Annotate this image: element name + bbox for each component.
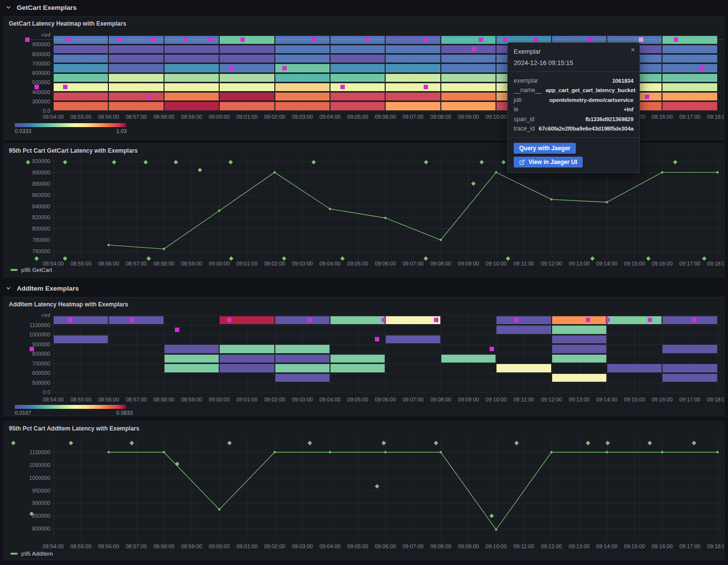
heatmap-cell[interactable] <box>331 45 385 53</box>
additem-line-plot[interactable]: 1100000105000010000009500009000008500008… <box>4 422 724 560</box>
heatmap-cell[interactable] <box>331 93 385 100</box>
exemplar-marker[interactable] <box>340 85 345 89</box>
exemplar-diamond[interactable] <box>112 160 116 165</box>
heatmap-cell[interactable] <box>165 83 219 91</box>
exemplar-diamond[interactable] <box>479 160 484 165</box>
data-point[interactable] <box>329 208 331 210</box>
exemplar-marker[interactable] <box>307 318 312 322</box>
exemplar-marker[interactable] <box>514 318 519 322</box>
exemplar-marker[interactable] <box>282 66 287 70</box>
exemplar-diamond[interactable] <box>605 441 610 445</box>
heatmap-cell[interactable] <box>109 45 163 53</box>
heatmap-cell[interactable] <box>220 355 274 363</box>
heatmap-cell[interactable] <box>220 64 274 72</box>
heatmap-cell[interactable] <box>552 345 606 353</box>
heatmap-cell[interactable] <box>441 64 496 72</box>
heatmap-cell[interactable] <box>165 74 219 82</box>
heatmap-cell[interactable] <box>386 93 440 100</box>
data-point[interactable] <box>218 508 221 511</box>
heatmap-cell[interactable] <box>220 45 274 53</box>
exemplar-marker[interactable] <box>30 347 34 351</box>
exemplar-diamond[interactable] <box>648 441 652 445</box>
heatmap-cell[interactable] <box>662 55 717 63</box>
heatmap-cell[interactable] <box>165 64 219 72</box>
exemplar-marker[interactable] <box>175 328 179 332</box>
data-point[interactable] <box>661 171 663 174</box>
exemplar-diamond[interactable] <box>646 256 651 261</box>
exemplar-marker[interactable] <box>130 318 134 322</box>
heatmap-cell[interactable] <box>165 364 219 372</box>
data-point[interactable] <box>384 217 387 219</box>
heatmap-cell[interactable] <box>54 93 108 100</box>
exemplar-marker[interactable] <box>700 66 704 70</box>
data-point[interactable] <box>606 451 608 454</box>
series-line[interactable] <box>108 172 717 249</box>
heatmap-cell[interactable] <box>331 64 385 72</box>
heatmap-cell[interactable] <box>331 102 385 110</box>
heatmap-cell[interactable] <box>54 45 108 53</box>
exemplar-diamond[interactable] <box>490 514 494 518</box>
heatmap-cell[interactable] <box>496 326 551 334</box>
exemplar-diamond[interactable] <box>702 256 706 261</box>
heatmap-cell[interactable] <box>275 102 330 110</box>
heatmap-cell[interactable] <box>165 355 219 363</box>
exemplar-marker[interactable] <box>674 37 678 42</box>
exemplar-marker[interactable] <box>375 337 379 341</box>
heatmap-cell[interactable] <box>552 316 606 325</box>
exemplar-marker[interactable] <box>472 47 476 51</box>
exemplar-marker[interactable] <box>648 318 652 322</box>
exemplar-diamond[interactable] <box>340 256 345 261</box>
exemplar-marker[interactable] <box>151 37 155 42</box>
exemplar-marker[interactable] <box>365 37 370 42</box>
heatmap-cell[interactable] <box>165 345 219 353</box>
data-point[interactable] <box>107 451 110 454</box>
exemplar-marker[interactable] <box>227 318 232 322</box>
heatmap-cell[interactable] <box>662 64 717 72</box>
exemplar-diamond[interactable] <box>130 441 134 445</box>
data-point[interactable] <box>716 171 719 174</box>
exemplar-diamond[interactable] <box>68 441 73 445</box>
heatmap-cell[interactable] <box>662 83 717 91</box>
data-point[interactable] <box>550 198 553 200</box>
heatmap-cell[interactable] <box>165 102 219 110</box>
heatmap-cell[interactable] <box>109 93 163 100</box>
heatmap-cell[interactable] <box>54 64 108 72</box>
series-line[interactable] <box>108 452 717 530</box>
exemplar-marker[interactable] <box>434 318 438 322</box>
exemplar-marker[interactable] <box>66 37 70 42</box>
heatmap-cell[interactable] <box>165 93 219 100</box>
exemplar-diamond[interactable] <box>26 160 30 165</box>
heatmap-cell[interactable] <box>496 364 551 372</box>
heatmap-cell[interactable] <box>109 64 163 72</box>
exemplar-diamond[interactable] <box>673 160 677 165</box>
heatmap-cell[interactable] <box>552 335 606 344</box>
heatmap-cell[interactable] <box>496 316 551 325</box>
exemplar-marker[interactable] <box>586 318 590 322</box>
exemplar-diamond[interactable] <box>229 160 233 165</box>
data-point[interactable] <box>606 201 608 203</box>
exemplar-diamond[interactable] <box>311 160 316 165</box>
exemplar-diamond[interactable] <box>692 441 696 445</box>
heatmap-cell[interactable] <box>109 83 163 91</box>
heatmap-cell[interactable] <box>331 364 385 372</box>
heatmap-cell[interactable] <box>275 345 330 353</box>
exemplar-diamond[interactable] <box>424 256 428 261</box>
heatmap-cell[interactable] <box>386 335 440 344</box>
exemplar-marker[interactable] <box>382 318 386 322</box>
exemplar-marker[interactable] <box>479 37 483 42</box>
exemplar-diamond[interactable] <box>375 484 379 489</box>
exemplar-diamond[interactable] <box>282 256 286 261</box>
heatmap-cell[interactable] <box>275 55 330 63</box>
heatmap-cell[interactable] <box>275 45 330 53</box>
data-point[interactable] <box>107 244 110 246</box>
heatmap-cell[interactable] <box>331 355 385 363</box>
exemplar-diamond[interactable] <box>175 462 179 466</box>
exemplar-diamond[interactable] <box>506 256 510 261</box>
heatmap-cell[interactable] <box>441 102 496 110</box>
heatmap-cell[interactable] <box>109 55 163 63</box>
heatmap-cell[interactable] <box>662 374 717 382</box>
data-point[interactable] <box>716 451 719 454</box>
exemplar-diamond[interactable] <box>198 168 202 172</box>
exemplar-marker[interactable] <box>118 37 122 42</box>
heatmap-cell[interactable] <box>662 45 717 53</box>
